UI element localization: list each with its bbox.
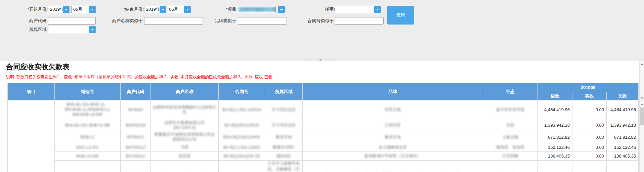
merchant-code-cell: BHY0001Z [121,143,151,152]
project-label: *项目: [210,6,238,13]
col-header-brand: 品牌 [303,83,483,100]
project-field-value: 合肥BHD购物中心项目 [238,7,276,12]
received-cell: 0.00 [572,119,607,131]
received-cell: 0.00 [572,100,607,119]
area-label: 所属区域: [25,26,48,33]
col-header-merchant-name: 商户名称 [151,83,219,100]
chevron-down-icon[interactable] [89,6,95,13]
contract-like-input[interactable] [335,17,384,25]
arrears-cell: 4,464,419.96 [607,100,639,119]
merchant-code-cell: BHT4001Z [121,152,151,161]
col-header-contract-no: 合同号 [219,83,265,100]
shop-cell: BHB-L4-008 [55,152,121,161]
scroll-up-icon[interactable] [641,103,643,105]
shop-cell: BHD-B1-001-BHD-11、 999-BHB-11-999(BHD-L)… [55,100,121,119]
contract-no-cell: BH BQ1501100025 [219,119,265,131]
col-header-merchant-code: 商户代码 [121,83,151,100]
arrears-cell: 90,367.17 [607,161,639,172]
col-header-shop: 铺位号 [55,83,121,100]
query-button[interactable]: 查询 [387,6,414,25]
area-select[interactable] [48,26,96,33]
brand-cell: 乙级百货 [303,119,483,131]
merchant-code-input[interactable] [48,17,96,25]
brand-like-label: 品牌类似于: [211,17,238,25]
merchant-code-label: 商户代码: [20,17,48,25]
project-field[interactable]: 合肥BHD购物中心项目 [237,6,276,13]
contract-no-cell: BSH BQ1150110001 [219,131,265,143]
scroll-up-icon[interactable] [641,63,643,65]
brand-like-input[interactable] [238,17,287,25]
merchant-name-cell: 为章 [151,143,219,152]
col-header-receivable: 应收 [538,92,572,100]
table-row: BHB-L2 MY50012 西藏重庆天地商业管理有限公司合 肥第W分公司 BS… [8,131,639,143]
merchant-code-cell: BHF0000T [121,161,151,172]
end-year-select[interactable]: 2019年 [144,6,166,13]
scroll-down-icon[interactable] [641,97,643,99]
col-header-period: 201906 [538,83,639,92]
business-type-cell: 中式简餐 [483,152,538,161]
arrears-cell: 1,393,942.18 [607,119,639,131]
arrears-cell: 152,122.46 [607,143,639,152]
start-month-select[interactable]: 06月 [71,6,96,13]
vertical-scrollbar[interactable] [639,61,644,172]
business-type-cell: 百货 [483,119,538,131]
merchant-name-cell: 合肥BHD投资发展购物中心()有限公司 [151,100,219,119]
received-cell: 0.00 [572,161,607,172]
col-header-arrears: 欠款 [607,92,639,100]
table-row: BHC-L3-001 BHY0001Z 为章 BH BQ-1-501-10005… [8,143,639,152]
start-year-select[interactable]: 2019年 [48,6,70,13]
merchant-name-cell: 似定系 [151,152,219,161]
merchant-code-cell: BHF0001B [121,119,151,131]
arrears-cell: 136,405.35 [607,152,639,161]
end-year-value: 2019年 [146,6,160,13]
merchant-name-input[interactable] [144,17,203,25]
report-page: { "form": { "start_month": {"label": "*开… [0,0,644,172]
merchant-name-cell: 上海韵玩具具有限公司 [151,161,219,172]
area-cell: 健康生活馆+ [265,143,303,152]
brand-cell: 新湖集项中平面馆（宝贝项目） [303,152,483,161]
merchant-name-cell: 西藏重庆天地商业管理有限公司合 肥第W分公司 [151,131,219,143]
shop-cell: BHA-B1-001-BHB-01-BB [55,119,121,131]
chevron-down-icon[interactable] [184,6,190,13]
scrollbar-thumb[interactable] [640,108,644,125]
chevron-down-icon[interactable] [89,26,95,33]
brand-cell: 金士顿健身会所 [303,143,483,152]
receivable-cell: 671,812.82 [538,131,572,143]
contract-no-cell: BSH BQ11B1010004 [219,161,265,172]
building-label: 楼宇: [312,6,335,13]
receivable-table: 项目 铺位号 商户代码 商户名称 合同号 所属区域 品牌 业态 201906 应… [7,83,639,172]
chevron-down-icon[interactable] [160,6,166,13]
shop-cell: BHC-L3-001 [55,143,121,152]
receivable-cell: 1,393,942.18 [538,119,572,131]
merchant-code-cell: MY50012 [121,131,151,143]
table-row: BHB-L4-008 BHT4001Z 似定系 BH BQ15011100 1B… [8,152,639,161]
report-note: 说明: 取数口径为权责发生制 1、应收: 账单中本月（按账单的结束时间）的应收金… [6,74,272,80]
end-month-select[interactable]: 06月 [167,6,191,13]
receivable-cell: 152,122.46 [538,143,572,152]
start-month-value: 06月 [73,6,82,13]
table-row: BHB-L1-009-01 BHF0000T 上海韵玩具具有限公司 BSH BQ… [8,161,639,172]
receivable-cell: 136,405.35 [538,152,572,161]
chevron-down-icon[interactable] [63,6,69,13]
chevron-down-icon[interactable] [374,6,381,13]
col-header-received: 实收 [572,92,607,100]
col-header-business-type: 业态 [483,83,538,100]
table-row: BHA-B1-001-BHB-01-BB BHF0001B 合肥百大集团有限公司… [8,119,639,131]
brand-cell: 工百洋儿童教学风风、玩教树联（不适适运动套育用品中典高、…、儿童乐园） [303,161,483,172]
table-row: BHD-B1-001-BHD-11、 999-BHB-11-999(BHD-L)… [8,100,639,119]
report-title: 合同应收实收欠款表 [6,62,70,72]
building-select[interactable] [335,6,381,13]
merchant-name-cell: 合肥百大集团有限公司 [BH 1000 H] [151,119,219,131]
brand-cell: 百货主题 [303,100,483,119]
area-cell: 主力店区总区 [265,100,303,119]
received-cell: 0.00 [572,143,607,152]
dash-icon [280,9,283,10]
business-type-cell: 儿童乐园 [483,131,538,143]
business-type-cell: 儿童零售 [483,161,538,172]
start-month-label: *开始月份: [10,6,48,13]
shop-cell: BHB-L2 [55,131,121,143]
business-type-cell: 超大型专业市场 [483,100,538,119]
project-picker-button[interactable] [278,6,285,13]
arrears-cell: 671,812.82 [607,131,639,143]
collapse-form-handle[interactable] [302,58,339,61]
